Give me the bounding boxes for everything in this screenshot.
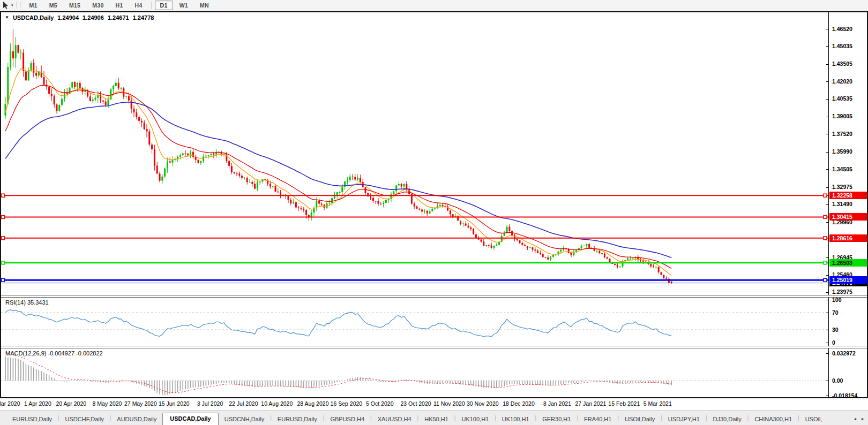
timeframe-button-d1[interactable]: D1: [155, 1, 173, 10]
close-value: 1.24778: [133, 14, 154, 21]
chart-tab-audusd-daily[interactable]: AUDUSD,Daily: [111, 414, 162, 425]
timeframe-button-w1[interactable]: W1: [174, 1, 193, 10]
line-handle[interactable]: [2, 194, 5, 197]
line-handle[interactable]: [824, 261, 827, 264]
line-handle[interactable]: [2, 261, 5, 264]
symbol-label: USDCAD,Daily: [13, 14, 54, 21]
date-axis[interactable]: 13 Mar 20201 Apr 202020 Apr 20208 May 20…: [0, 399, 868, 410]
timeframe-button-m1[interactable]: M1: [24, 1, 43, 10]
dropdown-caret-icon[interactable]: ▾: [11, 3, 16, 7]
macd-indicator-label: MACD(12,26,9) -0.004927 -0.002822: [5, 350, 103, 356]
chart-tab-usdjpy-h1[interactable]: USDJPY,H1: [662, 414, 706, 425]
pane-divider[interactable]: [1, 295, 867, 298]
pane-divider[interactable]: [1, 346, 867, 348]
chart-tab-usoil-[interactable]: USOil,: [799, 414, 828, 425]
date-label: 15 Feb 2021: [608, 400, 640, 407]
chart-tab-usoil-daily[interactable]: USOil,Daily: [619, 414, 661, 425]
level-price-label: 1.25019: [829, 276, 867, 284]
price-chart-canvas[interactable]: [1, 12, 828, 295]
axis-tick-mark: [826, 396, 829, 396]
timeframe-button-m15[interactable]: M15: [64, 1, 86, 10]
rsi-indicator-label: RSI(14) 35.3431: [5, 299, 49, 306]
macd-histogram: [5, 356, 671, 395]
chart-tab-fra40-h1[interactable]: FRA40,H1: [578, 414, 617, 425]
date-label: 16 Sep 2020: [331, 400, 363, 407]
tab-scroll-left-button[interactable]: ◂: [854, 416, 856, 421]
rsi-chart-canvas[interactable]: [1, 298, 828, 346]
price-tick-label: 1.46520: [832, 26, 852, 33]
macd-signal-line: [5, 353, 671, 392]
rsi-tick-label: 0: [832, 339, 835, 346]
tab-scroll-arrows: ◂ ▸: [851, 416, 868, 425]
macd-chart-canvas[interactable]: [1, 348, 828, 397]
timeframe-toolbar: ▾ M1M5M15M30H1H4D1W1MN: [0, 0, 868, 11]
collapse-triangle-icon[interactable]: ▼: [5, 15, 9, 20]
timeframe-buttons: M1M5M15M30H1H4D1W1MN: [24, 1, 215, 10]
tab-scroll-right-button[interactable]: ▸: [862, 416, 864, 421]
macd-tick-label: -0.018154: [832, 392, 857, 399]
date-label: 13 Mar 2020: [0, 400, 20, 407]
date-label: 27 Jan 2021: [575, 400, 606, 407]
open-value: 1.24904: [57, 14, 79, 21]
rsi-line: [5, 310, 671, 337]
timeframe-button-mn[interactable]: MN: [194, 1, 214, 10]
date-label: 28 Aug 2020: [297, 400, 329, 407]
chart-tab-usdchf-daily[interactable]: USDCHF,Daily: [59, 414, 110, 425]
price-tick-label: 1.37520: [832, 131, 852, 138]
axis-tick-mark: [826, 292, 829, 293]
axis-tick-mark: [826, 300, 829, 300]
timeframe-button-m5[interactable]: M5: [44, 1, 63, 10]
chart-tab-china300-h1[interactable]: CHINA300,H1: [749, 414, 798, 425]
line-handle[interactable]: [2, 215, 5, 218]
axis-tick-mark: [826, 99, 829, 100]
axis-tick-mark: [826, 64, 829, 65]
date-label: 3 Jul 2020: [197, 400, 223, 407]
chart-tab-eurusd-daily[interactable]: EURUSD,Daily: [272, 414, 323, 425]
chart-tab-ger30-h1[interactable]: GER30,H1: [536, 414, 577, 425]
axis-tick-mark: [826, 152, 829, 153]
timeframe-button-m30[interactable]: M30: [87, 1, 109, 10]
price-tick-label: 1.35990: [832, 148, 852, 155]
chart-tab-dj30-daily[interactable]: DJ30,Daily: [707, 414, 747, 425]
price-tick-label: 1.40535: [832, 95, 852, 102]
line-handle[interactable]: [2, 237, 5, 240]
chart-tab-uk100-h1[interactable]: UK100,H1: [455, 414, 495, 425]
macd-tick-label: 0.00: [832, 377, 843, 384]
date-label: 1 Apr 2020: [24, 400, 51, 407]
line-handle[interactable]: [824, 215, 827, 218]
date-label: 8 Jan 2021: [543, 400, 571, 407]
candles-layer: [5, 29, 672, 285]
axis-tick-mark: [826, 134, 829, 134]
axis-tick-mark: [826, 169, 829, 170]
date-label: 18 Dec 2020: [503, 400, 535, 407]
line-handle[interactable]: [824, 237, 827, 240]
timeframe-button-h1[interactable]: H1: [110, 1, 129, 10]
timeframe-button-h4[interactable]: H4: [130, 1, 148, 10]
high-value: 1.24906: [83, 14, 104, 21]
chart-tab-xauusd-h4[interactable]: XAUUSD,H4: [372, 414, 417, 425]
date-label: 5 Oct 2020: [366, 400, 393, 407]
date-label: 27 May 2020: [124, 400, 157, 407]
chart-tab-uk100-h1[interactable]: UK100,H1: [496, 414, 535, 425]
line-handle[interactable]: [824, 278, 827, 282]
date-label: 5 Mar 2021: [643, 400, 672, 407]
chart-tab-eurusd-daily[interactable]: EURUSD,Daily: [6, 414, 58, 425]
chart-tab-usdcnh-daily[interactable]: USDCNH,Daily: [219, 414, 271, 425]
chart-tab-gbpusd-h4[interactable]: GBPUSD,H4: [324, 414, 370, 425]
price-tick-label: 1.31490: [832, 201, 852, 208]
date-label: 15 Jun 2020: [159, 400, 190, 407]
line-handle[interactable]: [2, 278, 5, 282]
axis-tick-mark: [826, 187, 829, 188]
line-handle[interactable]: [824, 194, 827, 197]
axis-tick-mark: [826, 240, 829, 240]
axis-tick-mark: [826, 117, 829, 117]
date-label: 11 Nov 2020: [433, 400, 465, 407]
price-tick-label: 1.45035: [832, 43, 852, 50]
cursor-tool-icon[interactable]: [1, 1, 11, 10]
date-label: 8 May 2020: [93, 400, 122, 407]
axis-tick-mark: [826, 381, 829, 381]
level-lines-layer[interactable]: [1, 194, 828, 282]
chart-tab-usdcad-daily[interactable]: USDCAD,Daily: [162, 413, 218, 425]
chart-tab-hk50-h1[interactable]: HK50,H1: [418, 414, 454, 425]
price-tick-label: 1.32975: [832, 184, 852, 191]
